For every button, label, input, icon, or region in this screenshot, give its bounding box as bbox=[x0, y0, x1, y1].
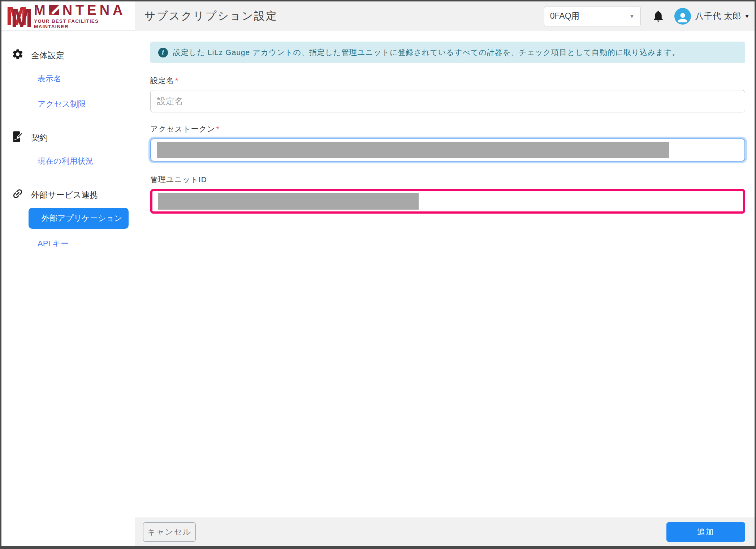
field-access-token: アクセストークン* bbox=[150, 124, 745, 162]
page-title: サブスクリプション設定 bbox=[144, 9, 544, 23]
brand-name: MNTENA bbox=[34, 3, 135, 17]
user-name: 八千代 太郎 bbox=[695, 10, 741, 22]
sidebar-item-display-name[interactable]: 表示名 bbox=[1, 66, 135, 91]
sidebar-section-label: 全体設定 bbox=[31, 50, 64, 61]
info-banner-text: 設定した LiLz Gauge アカウントの、指定した管理ユニットに登録されてい… bbox=[173, 47, 680, 57]
required-asterisk: * bbox=[175, 76, 178, 85]
access-token-input[interactable] bbox=[150, 138, 745, 162]
field-label: 管理ユニットID bbox=[150, 175, 745, 185]
sidebar-item-current-usage[interactable]: 現在の利用状況 bbox=[1, 149, 135, 174]
user-menu[interactable]: 八千代 太郎 ▼ bbox=[674, 8, 749, 25]
add-button[interactable]: 追加 bbox=[666, 522, 745, 542]
gear-icon bbox=[12, 48, 24, 63]
field-label-text: 設定名 bbox=[150, 76, 174, 85]
app-logo: M M MNTENA YOUR BEST FACILITIES MAINTAIN… bbox=[1, 1, 135, 31]
content-column: サブスクリプション設定 0FAQ用 ▼ 八千代 太郎 ▼ i 設定した LiLz… bbox=[135, 1, 755, 546]
logo-text: MNTENA YOUR BEST FACILITIES MAINTAINER bbox=[34, 3, 135, 29]
info-icon: i bbox=[158, 48, 168, 57]
workspace-select[interactable]: 0FAQ用 ▼ bbox=[544, 6, 641, 26]
info-banner: i 設定した LiLz Gauge アカウントの、指定した管理ユニットに登録され… bbox=[150, 42, 745, 63]
sidebar-section-label: 契約 bbox=[31, 132, 48, 143]
avatar bbox=[674, 8, 691, 25]
contract-icon bbox=[12, 130, 24, 145]
field-label-text: 管理ユニットID bbox=[150, 175, 207, 184]
nav-section-contract: 契約 現在の利用状況 bbox=[1, 127, 135, 174]
field-label: アクセストークン* bbox=[150, 124, 745, 134]
sidebar-item-external-application[interactable]: 外部アプリケーション bbox=[29, 208, 129, 229]
logo-o-icon bbox=[49, 5, 59, 15]
field-management-unit-id: 管理ユニットID bbox=[150, 175, 745, 214]
field-label: 設定名* bbox=[150, 76, 745, 86]
sidebar-section-contract[interactable]: 契約 bbox=[1, 127, 135, 149]
sidebar-nav: 全体設定 表示名 アクセス制限 契約 現在の利用状況 bbox=[1, 31, 135, 256]
setting-name-input[interactable] bbox=[150, 90, 745, 112]
sidebar-section-external-services[interactable]: 外部サービス連携 bbox=[1, 184, 135, 206]
redaction-overlay bbox=[158, 193, 419, 210]
required-asterisk: * bbox=[216, 125, 219, 133]
brand-letter-m: M bbox=[34, 3, 49, 17]
management-unit-id-input[interactable] bbox=[150, 189, 745, 214]
brand-tagline: YOUR BEST FACILITIES MAINTAINER bbox=[34, 18, 135, 29]
redaction-overlay bbox=[157, 142, 669, 158]
link-icon bbox=[12, 188, 24, 202]
notification-bell-icon[interactable] bbox=[652, 9, 665, 23]
nav-section-general: 全体設定 表示名 アクセス制限 bbox=[1, 44, 135, 117]
field-setting-name: 設定名* bbox=[150, 76, 745, 112]
workspace-select-value: 0FAQ用 bbox=[550, 10, 629, 22]
sidebar-item-api-key[interactable]: API キー bbox=[1, 231, 135, 256]
logo-mark-front: M bbox=[11, 7, 33, 28]
user-menu-caret-icon: ▼ bbox=[744, 13, 749, 19]
cancel-button[interactable]: キャンセル bbox=[143, 522, 196, 542]
sidebar-section-general-settings[interactable]: 全体設定 bbox=[1, 44, 135, 66]
logo-mark-icon: M M bbox=[6, 4, 34, 28]
app-window: M M MNTENA YOUR BEST FACILITIES MAINTAIN… bbox=[0, 0, 756, 549]
field-label-text: アクセストークン bbox=[150, 125, 215, 133]
chevron-down-icon: ▼ bbox=[629, 13, 635, 19]
sidebar-item-access-restriction[interactable]: アクセス制限 bbox=[1, 91, 135, 117]
brand-letters-rest: NTENA bbox=[62, 3, 126, 17]
footer: キャンセル 追加 bbox=[135, 518, 755, 546]
sidebar-section-label: 外部サービス連携 bbox=[31, 189, 98, 201]
sidebar: M M MNTENA YOUR BEST FACILITIES MAINTAIN… bbox=[1, 1, 135, 546]
nav-section-external-services: 外部サービス連携 外部アプリケーション API キー bbox=[1, 184, 135, 256]
header: サブスクリプション設定 0FAQ用 ▼ 八千代 太郎 ▼ bbox=[135, 1, 755, 31]
main-content: i 設定した LiLz Gauge アカウントの、指定した管理ユニットに登録され… bbox=[135, 31, 755, 518]
